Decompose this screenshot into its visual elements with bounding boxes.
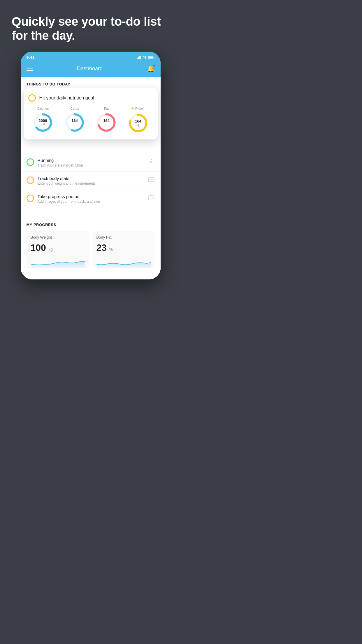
calories-unit: cal — [39, 123, 47, 126]
page-wrapper: Quickly see your to-do list for the day.… — [0, 0, 181, 322]
fat-donut: 164 g — [96, 112, 117, 133]
todo-subtitle-body-stats: Enter your weight and measurements — [38, 181, 144, 186]
carbs-label: Carbs — [70, 107, 79, 110]
protein-donut: 164 g — [128, 113, 149, 134]
protein-star-icon: ★ — [131, 106, 134, 111]
stat-fat: Fat 164 g — [96, 107, 117, 133]
fat-label: Fat — [104, 107, 109, 110]
status-bar: 9:41 — [21, 52, 161, 62]
phone-content: THINGS TO DO TODAY Hit your daily nutrit… — [21, 77, 161, 274]
status-icons — [137, 56, 155, 59]
progress-title: MY PROGRESS — [27, 223, 155, 227]
svg-rect-1 — [138, 57, 139, 59]
carbs-unit: g — [71, 123, 78, 126]
fat-percentage-unit: % — [109, 247, 113, 252]
nutrition-card-header: Hit your daily nutrition goal — [28, 94, 153, 102]
calories-label: Calories — [37, 107, 49, 110]
svg-point-16 — [150, 197, 152, 199]
svg-rect-5 — [149, 56, 153, 58]
fat-percentage-value: 23 — [96, 242, 107, 253]
stat-protein: ★ Protein 164 g — [128, 106, 149, 134]
todo-text-running: Running Track your stats (target: 5km) — [38, 158, 144, 167]
weight-unit: kg — [48, 247, 53, 252]
hamburger-menu-button[interactable] — [27, 67, 33, 71]
todo-radio-body-stats[interactable] — [27, 176, 34, 184]
calories-value: 2000 — [39, 119, 47, 123]
progress-card-fat[interactable]: Body Fat 23 % — [92, 231, 155, 268]
todo-text-body-stats: Track body stats Enter your weight and m… — [38, 176, 144, 186]
spacer — [21, 208, 161, 217]
notification-bell-button[interactable]: 🔔 — [147, 65, 155, 73]
running-icon — [148, 158, 155, 167]
todo-item-running[interactable]: Running Track your stats (target: 5km) — [21, 154, 161, 172]
carbs-donut: 164 g — [64, 112, 85, 133]
hero-title: Quickly see your to-do list for the day. — [12, 15, 172, 43]
weight-card-title: Body Weight — [31, 235, 85, 239]
scale-icon — [148, 176, 155, 184]
todo-radio-photos[interactable] — [27, 195, 34, 202]
stat-calories: Calories 2000 cal — [32, 107, 53, 133]
photo-icon — [148, 195, 155, 202]
weight-value: 100 — [31, 242, 46, 253]
svg-rect-3 — [140, 56, 141, 59]
fat-value-row: 23 % — [96, 242, 151, 253]
carbs-value: 164 — [71, 119, 78, 123]
todo-subtitle-photos: Add images of your front, back, and side — [38, 200, 144, 204]
todo-text-photos: Take progress photos Add images of your … — [38, 194, 144, 204]
fat-value: 164 — [103, 119, 110, 123]
signal-icon — [137, 56, 141, 59]
hero-text-block: Quickly see your to-do list for the day. — [0, 0, 181, 52]
battery-icon — [148, 56, 155, 59]
svg-rect-0 — [137, 58, 138, 59]
protein-label: ★ Protein — [131, 106, 145, 111]
todo-title-running: Running — [38, 158, 144, 163]
todo-title-photos: Take progress photos — [38, 194, 144, 199]
progress-cards: Body Weight 100 kg — [27, 231, 155, 274]
progress-section: MY PROGRESS Body Weight 100 kg — [21, 217, 161, 274]
nutrition-radio-circle[interactable] — [28, 94, 36, 102]
protein-unit: g — [135, 123, 141, 127]
nav-title: Dashboard — [77, 66, 103, 72]
todo-title-body-stats: Track body stats — [38, 176, 144, 181]
things-section-header: THINGS TO DO TODAY — [21, 77, 161, 90]
todo-item-body-stats[interactable]: Track body stats Enter your weight and m… — [21, 172, 161, 190]
wifi-icon — [143, 56, 147, 59]
fat-card-title: Body Fat — [96, 235, 151, 239]
stat-carbs: Carbs 164 g — [64, 107, 85, 133]
todo-item-photos[interactable]: Take progress photos Add images of your … — [21, 190, 161, 208]
notification-dot — [153, 64, 155, 67]
nutrition-card[interactable]: Hit your daily nutrition goal Calories — [24, 88, 158, 139]
todo-subtitle-running: Track your stats (target: 5km) — [38, 163, 144, 167]
protein-value: 164 — [135, 119, 141, 123]
todo-list: Running Track your stats (target: 5km) — [21, 154, 161, 274]
todo-radio-running[interactable] — [27, 158, 34, 166]
weight-chart — [31, 256, 85, 268]
nutrition-card-title: Hit your daily nutrition goal — [39, 95, 94, 101]
phone-mockup: 9:41 — [21, 52, 161, 279]
fat-chart — [96, 256, 151, 268]
nav-bar: Dashboard 🔔 — [21, 62, 161, 77]
progress-card-weight[interactable]: Body Weight 100 kg — [27, 231, 89, 268]
calories-donut: 2000 cal — [32, 112, 53, 133]
nutrition-stats: Calories 2000 cal — [28, 106, 153, 134]
things-section-title: THINGS TO DO TODAY — [27, 82, 70, 86]
weight-value-row: 100 kg — [31, 242, 85, 253]
phone-bottom — [21, 274, 161, 279]
status-time: 9:41 — [27, 55, 35, 60]
svg-rect-2 — [139, 56, 140, 59]
fat-unit: g — [103, 123, 110, 126]
